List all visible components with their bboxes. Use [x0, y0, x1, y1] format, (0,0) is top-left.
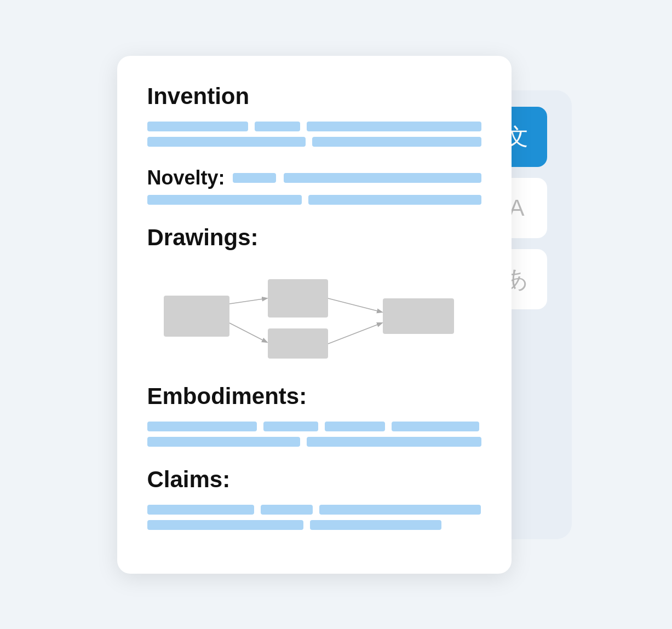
bar	[147, 437, 301, 447]
novelty-section: Novelty:	[147, 166, 481, 205]
svg-line-6	[328, 298, 382, 312]
main-card: Invention Novelty:	[117, 56, 512, 574]
bar	[284, 173, 481, 183]
novelty-row-1: Novelty:	[147, 166, 481, 189]
svg-line-4	[229, 298, 267, 304]
novelty-line-2	[147, 195, 481, 205]
flowchart	[147, 263, 465, 361]
invention-title: Invention	[147, 83, 481, 109]
svg-rect-0	[164, 296, 229, 337]
bar	[392, 422, 479, 431]
invention-content	[147, 122, 481, 147]
svg-rect-3	[383, 298, 454, 334]
bar	[307, 122, 481, 131]
bar	[263, 422, 318, 431]
claims-section: Claims:	[147, 466, 481, 530]
invention-line-1	[147, 122, 481, 131]
embodiments-content	[147, 422, 481, 447]
bar	[147, 122, 248, 131]
claims-line-2	[147, 520, 481, 530]
embodiments-line-2	[147, 437, 481, 447]
svg-line-7	[328, 323, 382, 344]
svg-rect-2	[268, 328, 328, 359]
svg-line-5	[229, 323, 267, 342]
bar	[147, 195, 302, 205]
latin-a-icon: A	[509, 195, 524, 221]
bar	[233, 173, 277, 183]
claims-content	[147, 505, 481, 530]
embodiments-section: Embodiments:	[147, 383, 481, 447]
bar	[307, 437, 481, 447]
bar	[147, 422, 257, 431]
embodiments-line-1	[147, 422, 481, 431]
svg-rect-1	[268, 279, 328, 318]
invention-line-2	[147, 137, 481, 147]
drawings-section: Drawings:	[147, 224, 481, 363]
claims-label: Claims:	[147, 466, 481, 493]
bar	[255, 122, 301, 131]
embodiments-label: Embodiments:	[147, 383, 481, 409]
bar	[312, 137, 481, 147]
bar	[261, 505, 313, 515]
bar	[325, 422, 385, 431]
bar	[308, 195, 481, 205]
bar	[147, 520, 303, 530]
drawings-label: Drawings:	[147, 224, 481, 251]
bar	[319, 505, 481, 515]
novelty-label: Novelty:	[147, 166, 225, 189]
bar	[147, 137, 306, 147]
scene: 文 A あ Invention Novelty:	[90, 68, 583, 561]
bar	[310, 520, 441, 530]
claims-line-1	[147, 505, 481, 515]
bar	[147, 505, 254, 515]
